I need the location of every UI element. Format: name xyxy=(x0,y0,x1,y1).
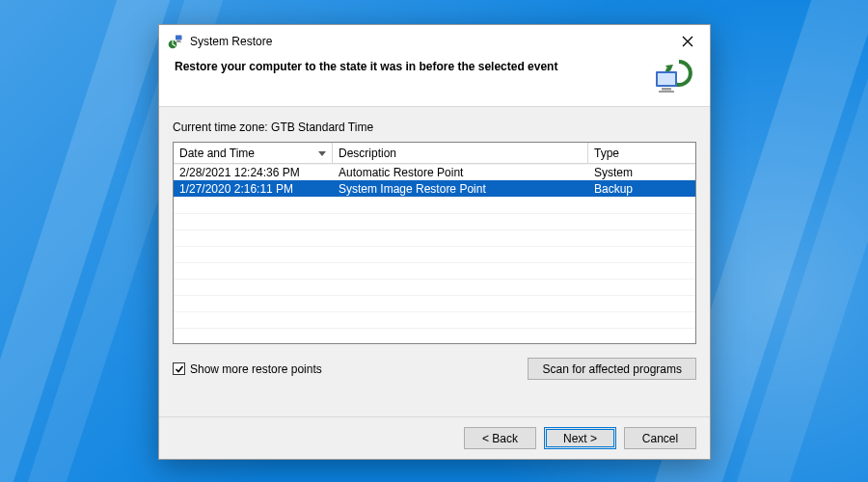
table-body: 2/28/2021 12:24:36 PMAutomatic Restore P… xyxy=(174,164,695,343)
svg-rect-5 xyxy=(658,73,675,85)
table-footer-controls: Show more restore points Scan for affect… xyxy=(173,358,696,380)
column-header-date-time[interactable]: Date and Time xyxy=(174,143,333,163)
svg-rect-2 xyxy=(176,40,180,41)
column-header-description[interactable]: Description xyxy=(333,143,588,163)
cancel-button[interactable]: Cancel xyxy=(624,427,696,449)
system-restore-large-icon xyxy=(650,58,694,96)
checkbox-label: Show more restore points xyxy=(190,362,322,376)
dialog-header: Restore your computer to the state it wa… xyxy=(159,52,710,107)
checkmark-icon xyxy=(175,364,184,374)
svg-rect-6 xyxy=(662,88,671,91)
table-header: Date and Time Description Type xyxy=(174,143,695,164)
cell-description: Automatic Restore Point xyxy=(333,166,588,179)
show-more-restore-points-checkbox[interactable]: Show more restore points xyxy=(173,362,322,376)
table-row[interactable]: 2/28/2021 12:24:36 PMAutomatic Restore P… xyxy=(174,164,695,180)
column-header-label: Date and Time xyxy=(179,147,255,160)
dialog-body: Current time zone: GTB Standard Time Dat… xyxy=(159,107,710,416)
checkbox-box xyxy=(173,362,185,375)
column-header-type[interactable]: Type xyxy=(588,143,695,163)
back-button[interactable]: < Back xyxy=(464,427,536,449)
svg-rect-7 xyxy=(659,91,674,93)
restore-points-table: Date and Time Description Type 2/28/2021… xyxy=(173,142,696,344)
svg-rect-1 xyxy=(176,36,182,40)
next-button[interactable]: Next > xyxy=(544,427,616,449)
scan-affected-programs-button[interactable]: Scan for affected programs xyxy=(528,358,696,380)
dialog-heading: Restore your computer to the state it wa… xyxy=(175,58,642,73)
svg-rect-3 xyxy=(176,41,181,42)
close-icon xyxy=(682,36,693,47)
window-title: System Restore xyxy=(190,35,674,48)
close-button[interactable] xyxy=(674,31,701,52)
column-header-label: Type xyxy=(594,147,619,160)
cell-description: System Image Restore Point xyxy=(333,182,588,196)
column-header-label: Description xyxy=(339,147,396,160)
titlebar: System Restore xyxy=(159,25,710,52)
desktop-wallpaper: System Restore Restore your computer to … xyxy=(0,0,868,482)
timezone-label: Current time zone: GTB Standard Time xyxy=(173,120,696,134)
table-row[interactable]: 1/27/2020 2:16:11 PMSystem Image Restore… xyxy=(174,180,695,197)
cell-type: System xyxy=(588,166,695,179)
cell-date-time: 2/28/2021 12:24:36 PM xyxy=(174,166,333,179)
system-restore-dialog: System Restore Restore your computer to … xyxy=(158,24,711,460)
dialog-footer: < Back Next > Cancel xyxy=(159,416,710,459)
system-restore-icon xyxy=(168,34,183,49)
cell-type: Backup xyxy=(588,182,695,196)
cell-date-time: 1/27/2020 2:16:11 PM xyxy=(174,182,333,196)
